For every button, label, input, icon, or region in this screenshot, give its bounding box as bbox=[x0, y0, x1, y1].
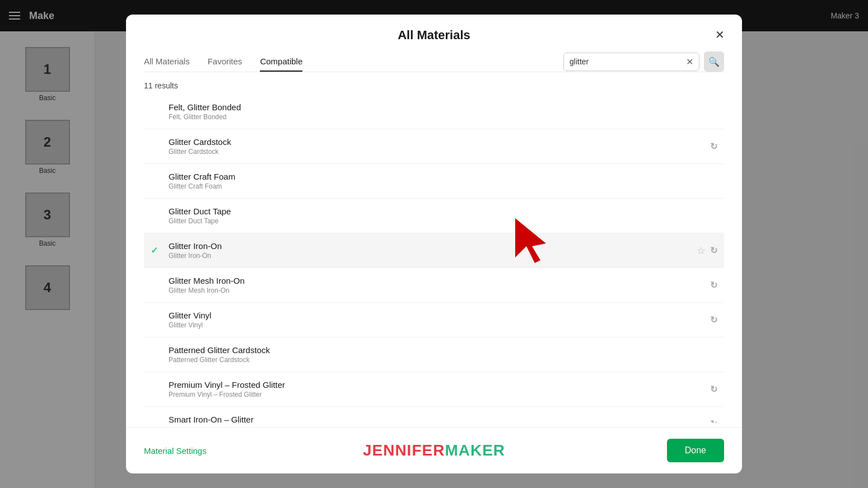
result-actions-6: ↻ bbox=[710, 315, 717, 325]
brand-maker: MAKER bbox=[445, 442, 505, 459]
check-placeholder-3 bbox=[151, 211, 164, 221]
results-header: 11 results bbox=[126, 72, 742, 95]
tabs-search-row: All Materials Favorites Compatible ✕ 🔍 bbox=[126, 43, 742, 72]
result-item-glitter-vinyl[interactable]: Glitter Vinyl Glitter Vinyl ↻ bbox=[144, 303, 724, 337]
modal-title: All Materials bbox=[398, 28, 470, 43]
result-subtitle-6: Glitter Vinyl bbox=[169, 321, 710, 329]
refresh-icon-6[interactable]: ↻ bbox=[710, 315, 717, 325]
result-item-smart-iron-on-glitter[interactable]: Smart Iron-On – Glitter Smart Iron-On – … bbox=[144, 407, 724, 423]
check-placeholder-1 bbox=[151, 142, 164, 152]
result-subtitle-7: Patterned Glitter Cardstock bbox=[169, 356, 717, 364]
close-button[interactable]: ✕ bbox=[711, 26, 729, 44]
result-name-9: Smart Iron-On – Glitter bbox=[169, 415, 710, 423]
refresh-icon-8[interactable]: ↻ bbox=[710, 384, 717, 395]
result-item-glitter-craft-foam[interactable]: Glitter Craft Foam Glitter Craft Foam bbox=[144, 164, 724, 199]
check-placeholder-7 bbox=[151, 350, 164, 360]
result-name-8: Premium Vinyl – Frosted Glitter bbox=[169, 380, 710, 390]
brand-logo: JENNIFERMAKER bbox=[363, 442, 505, 459]
result-item-felt-glitter-bonded[interactable]: Felt, Glitter Bonded Felt, Glitter Bonde… bbox=[144, 95, 724, 129]
refresh-icon-1[interactable]: ↻ bbox=[710, 141, 717, 152]
results-count: 11 results bbox=[144, 81, 178, 90]
result-item-patterned-glitter-cardstock[interactable]: Patterned Glitter Cardstock Patterned Gl… bbox=[144, 337, 724, 372]
clear-search-icon[interactable]: ✕ bbox=[686, 57, 693, 67]
results-list[interactable]: Felt, Glitter Bonded Felt, Glitter Bonde… bbox=[144, 95, 724, 423]
result-actions-4: ☆ ↻ bbox=[697, 245, 717, 257]
result-name-0: Felt, Glitter Bonded bbox=[169, 102, 717, 112]
check-placeholder-2 bbox=[151, 176, 164, 186]
done-button[interactable]: Done bbox=[667, 439, 724, 462]
result-text-5: Glitter Mesh Iron-On Glitter Mesh Iron-O… bbox=[169, 276, 710, 294]
search-input-wrap: ✕ bbox=[563, 53, 699, 71]
material-settings-link[interactable]: Material Settings bbox=[144, 446, 207, 456]
result-name-3: Glitter Duct Tape bbox=[169, 207, 717, 216]
result-item-premium-vinyl-frosted-glitter[interactable]: Premium Vinyl – Frosted Glitter Premium … bbox=[144, 372, 724, 407]
result-subtitle-0: Felt, Glitter Bonded bbox=[169, 113, 717, 121]
all-materials-modal: All Materials ✕ All Materials Favorites … bbox=[126, 15, 742, 473]
tab-favorites[interactable]: Favorites bbox=[208, 57, 242, 72]
result-item-glitter-duct-tape[interactable]: Glitter Duct Tape Glitter Duct Tape bbox=[144, 199, 724, 233]
refresh-icon-4[interactable]: ↻ bbox=[710, 245, 717, 256]
result-subtitle-1: Glitter Cardstock bbox=[169, 148, 710, 156]
check-placeholder-8 bbox=[151, 384, 164, 395]
result-subtitle-3: Glitter Duct Tape bbox=[169, 217, 717, 225]
search-icon: 🔍 bbox=[708, 57, 720, 67]
result-text-9: Smart Iron-On – Glitter Smart Iron-On – … bbox=[169, 415, 710, 423]
check-placeholder-9 bbox=[151, 419, 164, 423]
result-text-7: Patterned Glitter Cardstock Patterned Gl… bbox=[169, 345, 717, 364]
result-name-4: Glitter Iron-On bbox=[169, 241, 697, 251]
search-input[interactable] bbox=[570, 57, 682, 66]
result-actions-9: ↻ bbox=[710, 419, 717, 423]
brand-jennifer: JENNIFER bbox=[363, 442, 445, 459]
refresh-icon-5[interactable]: ↻ bbox=[710, 280, 717, 290]
result-subtitle-5: Glitter Mesh Iron-On bbox=[169, 287, 710, 294]
result-name-7: Patterned Glitter Cardstock bbox=[169, 345, 717, 355]
tab-all-materials[interactable]: All Materials bbox=[144, 57, 190, 72]
result-text-3: Glitter Duct Tape Glitter Duct Tape bbox=[169, 207, 717, 225]
check-placeholder-6 bbox=[151, 315, 164, 325]
result-text-8: Premium Vinyl – Frosted Glitter Premium … bbox=[169, 380, 710, 398]
search-area: ✕ 🔍 bbox=[563, 51, 724, 72]
check-placeholder-0 bbox=[151, 107, 164, 117]
check-icon-4: ✓ bbox=[151, 245, 164, 256]
result-text-4: Glitter Iron-On Glitter Iron-On bbox=[169, 241, 697, 260]
result-subtitle-2: Glitter Craft Foam bbox=[169, 182, 717, 190]
result-actions-5: ↻ bbox=[710, 280, 717, 290]
result-item-glitter-mesh-iron-on[interactable]: Glitter Mesh Iron-On Glitter Mesh Iron-O… bbox=[144, 268, 724, 303]
modal-footer: Material Settings JENNIFERMAKER Done bbox=[126, 427, 742, 473]
result-name-1: Glitter Cardstock bbox=[169, 137, 710, 147]
refresh-icon-9[interactable]: ↻ bbox=[710, 419, 717, 423]
result-name-2: Glitter Craft Foam bbox=[169, 172, 717, 181]
result-actions-8: ↻ bbox=[710, 384, 717, 395]
result-name-6: Glitter Vinyl bbox=[169, 311, 710, 320]
result-subtitle-8: Premium Vinyl – Frosted Glitter bbox=[169, 391, 710, 398]
result-text-6: Glitter Vinyl Glitter Vinyl bbox=[169, 311, 710, 329]
modal-header: All Materials ✕ bbox=[126, 15, 742, 43]
check-placeholder-5 bbox=[151, 280, 164, 290]
result-subtitle-4: Glitter Iron-On bbox=[169, 252, 697, 260]
result-item-glitter-cardstock[interactable]: Glitter Cardstock Glitter Cardstock ↻ bbox=[144, 129, 724, 164]
result-text-0: Felt, Glitter Bonded Felt, Glitter Bonde… bbox=[169, 102, 717, 121]
result-actions-1: ↻ bbox=[710, 141, 717, 152]
result-text-1: Glitter Cardstock Glitter Cardstock bbox=[169, 137, 710, 156]
tab-compatible[interactable]: Compatible bbox=[260, 57, 302, 72]
result-item-glitter-iron-on[interactable]: ✓ Glitter Iron-On Glitter Iron-On ☆ ↻ bbox=[144, 233, 724, 268]
modal-overlay: All Materials ✕ All Materials Favorites … bbox=[0, 0, 868, 488]
search-button[interactable]: 🔍 bbox=[704, 51, 724, 72]
result-text-2: Glitter Craft Foam Glitter Craft Foam bbox=[169, 172, 717, 190]
star-icon-4[interactable]: ☆ bbox=[697, 245, 706, 257]
result-name-5: Glitter Mesh Iron-On bbox=[169, 276, 710, 285]
